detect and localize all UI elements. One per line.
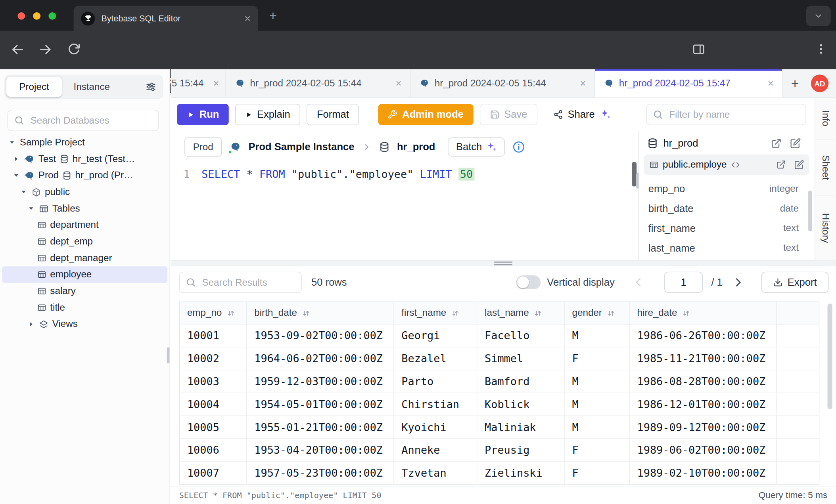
query-tab-2[interactable]: hr_prod 2024-02-05 15:44 × (226, 69, 410, 97)
sort-icon[interactable] (534, 309, 543, 317)
query-tab-1[interactable]: 5 15:44 × (171, 69, 226, 97)
table-icon (37, 270, 46, 279)
format-button[interactable]: Format (307, 104, 359, 125)
sql-code-line[interactable]: 1 SELECT * FROM "public"."employee" LIMI… (171, 166, 638, 182)
sort-icon[interactable] (226, 309, 235, 317)
tree-item-table-employee[interactable]: employee (2, 266, 167, 283)
tree-item-env-prod[interactable]: Prod hr_prod (Pr… (0, 167, 170, 184)
reload-button[interactable] (67, 43, 81, 56)
sort-icon[interactable] (451, 309, 460, 317)
tab-history[interactable]: History (815, 196, 836, 261)
panel-divider-handle[interactable] (494, 262, 512, 265)
close-icon[interactable]: × (213, 78, 219, 90)
instance-name[interactable]: Prod Sample Instance (249, 141, 355, 153)
edit-icon[interactable] (790, 138, 801, 149)
tree-item-tables[interactable]: Tables (0, 200, 170, 217)
previous-page-button[interactable] (631, 275, 645, 289)
column-header[interactable]: birth_date (247, 302, 394, 324)
tree-item-table-dept-emp[interactable]: dept_emp (0, 233, 170, 250)
caret-right-icon[interactable] (27, 321, 35, 327)
code-icon[interactable] (731, 160, 740, 169)
back-button[interactable] (11, 43, 25, 57)
close-icon[interactable]: × (768, 78, 774, 90)
column-header[interactable]: last_name (477, 302, 564, 324)
panel-divider[interactable] (171, 260, 836, 266)
search-icon (653, 109, 663, 120)
column-header[interactable]: hire_date (629, 302, 777, 324)
schema-table-row[interactable]: public.employe (644, 155, 809, 175)
results-scrollbar[interactable] (827, 304, 832, 409)
caret-down-icon[interactable] (8, 139, 16, 145)
browser-tab-close-icon[interactable]: × (244, 13, 251, 24)
column-header[interactable]: gender (564, 302, 629, 324)
tree-item-views[interactable]: Views (0, 316, 170, 332)
user-avatar[interactable]: AD (811, 74, 828, 92)
tree-item-table-salary[interactable]: salary (0, 283, 170, 300)
new-tab-button[interactable]: + (266, 8, 281, 23)
column-header[interactable]: emp_no (179, 302, 246, 324)
database-search[interactable] (8, 110, 159, 131)
query-tab-3[interactable]: hr_prod 2024-02-05 15:44 × (410, 69, 595, 97)
close-icon[interactable]: × (395, 78, 401, 90)
edit-icon[interactable] (794, 160, 804, 169)
query-tab-4-active[interactable]: hr_prod 2024-02-05 15:47 × (595, 69, 782, 97)
column-row[interactable]: last_name text (639, 238, 815, 258)
vertical-display-toggle[interactable] (516, 275, 541, 289)
filter-settings-icon[interactable] (145, 81, 157, 93)
results-search-input[interactable] (201, 276, 295, 288)
tab-search-button[interactable] (806, 6, 831, 26)
sort-icon[interactable] (682, 309, 691, 317)
column-row[interactable]: birth_date date (639, 199, 815, 218)
external-link-icon[interactable] (771, 138, 782, 149)
tab-project[interactable]: Project (6, 77, 62, 97)
forward-button[interactable] (38, 43, 52, 57)
tree-item-table-department[interactable]: department (0, 217, 170, 233)
sidebar-resize-handle[interactable] (167, 347, 170, 363)
batch-button[interactable]: Batch (448, 137, 505, 157)
schema-filter[interactable] (646, 104, 806, 125)
results-search[interactable] (179, 272, 302, 293)
column-row[interactable]: emp_no integer (639, 179, 815, 199)
caret-down-icon[interactable] (27, 206, 35, 212)
tab-instance[interactable]: Instance (62, 81, 122, 92)
sql-editor-pane[interactable]: Prod Prod Sample Instance hr_prod Batch … (171, 131, 638, 260)
schema-database-row[interactable]: hr_prod (639, 131, 815, 149)
schema-scrollbar[interactable] (808, 191, 812, 231)
next-page-button[interactable] (732, 275, 746, 289)
browser-menu-icon[interactable] (815, 43, 827, 55)
tree-item-table-dept-manager[interactable]: dept_manager (0, 250, 170, 267)
column-header[interactable]: first_name (394, 302, 477, 324)
info-icon[interactable] (512, 141, 525, 153)
explain-button[interactable]: Explain (235, 104, 300, 125)
run-button[interactable]: Run (177, 104, 228, 125)
tab-sheet[interactable]: Sheet (815, 139, 836, 196)
side-panel-icon[interactable] (692, 43, 706, 56)
tab-info[interactable]: Info (815, 98, 836, 139)
sort-icon[interactable] (607, 309, 615, 317)
browser-tab[interactable]: Bytebase SQL Editor × (74, 6, 258, 31)
tree-item-env-test[interactable]: Test hr_test (Test… (0, 151, 170, 167)
caret-down-icon[interactable] (19, 189, 28, 195)
cell: Anneke (394, 439, 477, 462)
save-button[interactable]: Save (479, 104, 537, 125)
admin-mode-button[interactable]: Admin mode (378, 104, 473, 125)
database-name[interactable]: hr_prod (397, 141, 435, 153)
sort-icon[interactable] (302, 309, 311, 317)
column-row[interactable]: first_name text (639, 218, 815, 238)
export-button[interactable]: Export (761, 272, 828, 293)
caret-down-icon[interactable] (12, 173, 21, 179)
close-icon[interactable]: × (580, 78, 586, 90)
window-close-button[interactable] (17, 12, 25, 20)
database-search-input[interactable] (29, 114, 153, 126)
add-query-tab-button[interactable]: + (783, 69, 807, 97)
tree-item-table-title[interactable]: title (0, 300, 170, 316)
tree-item-schema-public[interactable]: public (0, 184, 170, 200)
share-button[interactable]: Share (544, 104, 621, 125)
external-link-icon[interactable] (776, 160, 786, 169)
caret-right-icon[interactable] (12, 156, 21, 162)
window-minimize-button[interactable] (33, 12, 40, 20)
window-maximize-button[interactable] (48, 12, 56, 20)
page-number-input[interactable] (664, 272, 703, 293)
tree-item-project[interactable]: Sample Project (0, 134, 170, 151)
schema-filter-input[interactable] (668, 109, 800, 121)
